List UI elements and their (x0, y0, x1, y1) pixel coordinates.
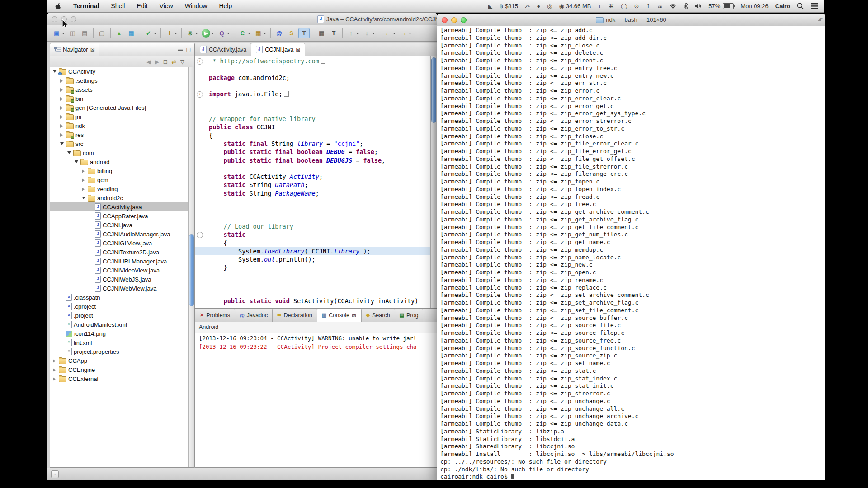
tree-item-androidmanifest-xml[interactable]: ○AndroidManifest.xml (50, 320, 194, 329)
collapse-all-button[interactable]: ⊟ (163, 59, 168, 65)
terminal-output[interactable]: [armeabi] Compile thumb : zip <= zip_add… (437, 26, 825, 480)
tab-problems[interactable]: ✕Problems (195, 309, 235, 322)
globe-icon[interactable]: ◯ (621, 3, 627, 9)
bell-icon[interactable]: ◎ (547, 3, 552, 9)
table-view-button[interactable]: ▦ (316, 28, 327, 38)
tree-item-classpath[interactable]: X.classpath (50, 293, 194, 302)
new-java-package-button[interactable]: ▦ (253, 28, 267, 38)
search-button[interactable]: S (286, 28, 297, 38)
debug-button[interactable]: ❊ (185, 28, 199, 38)
dropdown-arrow-icon[interactable] (264, 33, 266, 34)
tree-item-vending[interactable]: vending (50, 184, 194, 193)
editor-scrollbar[interactable] (430, 56, 437, 308)
tree-item-ccactivity-java[interactable]: JCCActivity.java (50, 202, 194, 211)
tab-console[interactable]: ▥Console⊠ (317, 309, 362, 322)
tree-item-billing[interactable]: billing (50, 166, 194, 175)
bitcoin-ticker[interactable]: ฿$815 (500, 3, 518, 9)
tree-item-ccjnivideoview-java[interactable]: JCCJNIVideoView.java (50, 266, 194, 275)
disclosure-triangle[interactable] (82, 186, 87, 192)
menu-edit[interactable]: Edit (131, 2, 153, 9)
sleep-indicator-icon[interactable]: zᶻ (525, 3, 530, 9)
view-menu-button[interactable]: ▽ (180, 59, 184, 65)
expand-fold-icon[interactable]: + (197, 91, 203, 98)
annotation-button[interactable]: I (164, 28, 178, 38)
tree-item-ccjniwebview-java[interactable]: JCCJNIWebView.java (50, 284, 194, 293)
avd-manager-button[interactable]: ▦ (126, 28, 137, 38)
dropdown-arrow-icon[interactable] (356, 33, 359, 34)
dropdown-arrow-icon[interactable] (372, 33, 375, 34)
battery-indicator[interactable]: 57% (708, 3, 734, 9)
folded-region-box[interactable] (284, 91, 289, 97)
tab-declaration[interactable]: ⇒Declaration (273, 309, 317, 322)
notification-center-icon[interactable] (811, 3, 818, 9)
tree-item-ccactivity[interactable]: CCActivity (50, 67, 194, 76)
forward-nav-button[interactable]: ▶ (155, 59, 159, 65)
volume-icon[interactable] (695, 3, 702, 9)
eclipse-titlebar[interactable]: J Java – CCActivity/src/com/android2c/CC… (47, 13, 437, 26)
tree-item-icon114-png[interactable]: icon114.png (50, 329, 194, 338)
tree-item-settings[interactable]: .settings (50, 76, 194, 85)
dropdown-arrow-icon[interactable] (409, 33, 411, 34)
wifi-icon[interactable] (669, 3, 677, 9)
menu-shell[interactable]: Shell (105, 2, 131, 9)
menu-terminal[interactable]: Terminal (67, 2, 105, 9)
hook-icon[interactable]: ↥ (646, 3, 651, 9)
disclosure-triangle[interactable] (53, 375, 58, 382)
menu-window[interactable]: Window (179, 2, 213, 9)
new-java-class-button[interactable]: C (237, 28, 251, 38)
maximize-view-button[interactable]: ▢ (186, 47, 191, 52)
print-button[interactable]: ▤ (80, 28, 90, 38)
dropdown-arrow-icon[interactable] (195, 33, 198, 34)
tree-item-com[interactable]: com (50, 148, 194, 157)
run-external-tools-button[interactable]: ✓ (143, 28, 157, 38)
tab-ccactivity-java[interactable]: JCCActivity.java (195, 43, 251, 56)
open-resource-button[interactable]: ▢ (97, 28, 107, 38)
mark-occurrences-toggle[interactable]: T (298, 28, 310, 38)
tree-item-gcm[interactable]: gcm (50, 175, 194, 184)
dropdown-arrow-icon[interactable] (154, 33, 156, 34)
tab-search[interactable]: ◆Search (362, 309, 395, 322)
editor-scrollbar-thumb[interactable] (431, 57, 436, 123)
close-icon[interactable]: ⊠ (296, 47, 300, 53)
disclosure-triangle[interactable] (60, 104, 65, 111)
apple-menu-icon[interactable] (47, 2, 67, 10)
terminal-titlebar[interactable]: ndk — bash — 101×60 ◢◤ (437, 14, 825, 26)
disclosure-triangle[interactable] (60, 122, 65, 129)
fullscreen-icon[interactable]: ◢◤ (817, 17, 822, 22)
external-javadoc-button[interactable]: @ (274, 28, 284, 38)
tree-item-ccengine[interactable]: CCEngine (50, 365, 194, 374)
save-button[interactable]: ◫ (67, 28, 78, 38)
profile-button[interactable]: Q (217, 28, 231, 38)
disclosure-triangle[interactable] (82, 177, 87, 183)
tree-item-ccexternal[interactable]: CCExternal (50, 374, 194, 383)
tree-item-assets[interactable]: assets (50, 85, 194, 94)
tree-item-android2c[interactable]: android2c (50, 193, 194, 202)
balloon-icon[interactable]: ● (537, 3, 540, 9)
text-tool-button[interactable]: T (329, 28, 339, 38)
dropdown-arrow-icon[interactable] (227, 33, 230, 34)
back-nav-button[interactable]: ◀ (146, 59, 151, 65)
disclosure-triangle[interactable] (60, 95, 65, 102)
expand-fold-icon[interactable]: + (197, 58, 203, 65)
dropdown-arrow-icon[interactable] (248, 33, 250, 34)
tab-ccjni-java[interactable]: JCCJNI.java⊠ (251, 43, 305, 56)
tab-navigator[interactable]: Navigator ⊠ (50, 44, 99, 56)
disclosure-triangle[interactable] (60, 77, 65, 84)
disclosure-triangle[interactable] (53, 68, 58, 75)
tree-item-bin[interactable]: bin (50, 94, 194, 103)
spray-icon[interactable]: ≋ (657, 3, 662, 9)
tree-item-ccapprater-java[interactable]: JCCAppRater.java (50, 211, 194, 221)
drive-icon[interactable]: ◣ (488, 3, 493, 9)
plus-menu-icon[interactable]: + (598, 3, 601, 9)
forward-button[interactable]: → (398, 28, 412, 38)
disclosure-triangle[interactable] (67, 150, 72, 156)
tree-item-res[interactable]: res (50, 130, 194, 139)
tree-item-gen-generated-java-files[interactable]: gen [Generated Java Files] (50, 103, 194, 112)
next-annotation-button[interactable]: ↓ (362, 28, 376, 38)
tree-item-lint-xml[interactable]: ○lint.xml (50, 338, 194, 347)
tree-item-ccjniurlmanager-java[interactable]: JCCJNIURLManager.java (50, 257, 194, 266)
navigator-scrollbar-thumb[interactable] (189, 234, 194, 306)
disclosure-triangle[interactable] (60, 113, 65, 120)
previous-annotation-button[interactable]: ↑ (346, 28, 360, 38)
tree-item-jni[interactable]: jni (50, 112, 194, 121)
